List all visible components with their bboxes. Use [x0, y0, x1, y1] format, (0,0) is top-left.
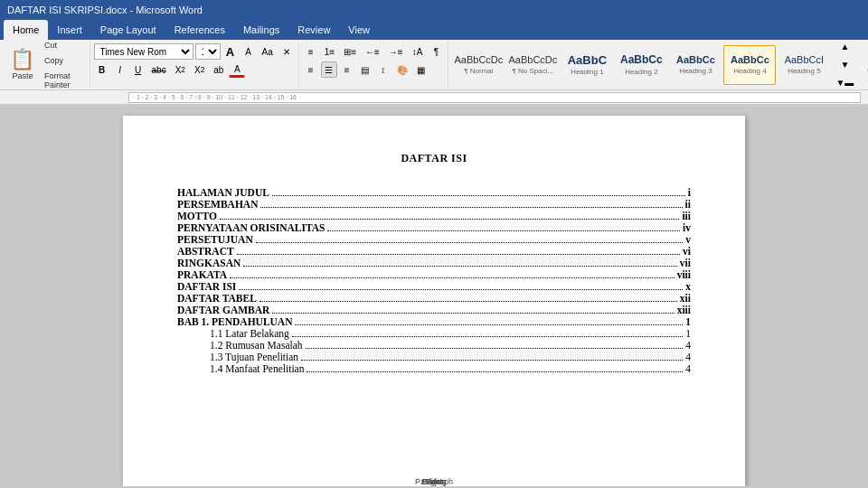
multilevel-button[interactable]: ⊞≡ [340, 43, 360, 60]
align-left-button[interactable]: ≡ [303, 61, 319, 78]
style-scroll-down[interactable]: ▼ [836, 57, 853, 73]
toc-page: 1 [685, 316, 691, 327]
toc-label: BAB 1. PENDAHULUAN [177, 316, 292, 327]
clipboard-small-buttons: Cut Copy Format Painter [40, 38, 86, 92]
toc-page: iii [682, 211, 691, 221]
toc-row: HALAMAN JUDULi [177, 187, 691, 198]
style-h5-label: Heading 5 [788, 67, 820, 75]
style-scroll-up[interactable]: ▲ [836, 39, 853, 55]
toc-row: PERSETUJUANv [177, 234, 691, 245]
text-highlight-button[interactable]: ab [210, 61, 227, 78]
tab-page-layout[interactable]: Page Layout [91, 20, 165, 40]
document-title: DAFTAR ISI [177, 152, 691, 165]
format-painter-button[interactable]: Format Painter [40, 69, 86, 92]
strikethrough-button[interactable]: abc [148, 61, 170, 78]
grow-font-button[interactable]: A [222, 43, 239, 60]
increase-indent-button[interactable]: →≡ [385, 43, 407, 60]
toc-page: vii [680, 258, 691, 268]
toc-page: i [688, 187, 691, 198]
toc-row: MOTTOiii [177, 211, 691, 221]
bold-button[interactable]: B [94, 61, 110, 78]
font-row-2: B I U abc X2 X2 ab A [94, 61, 295, 78]
change-case-button[interactable]: Aa [259, 43, 277, 60]
toc-row: PRAKATAviii [177, 269, 691, 280]
ruler-marks: · 1 · 2 · 3 · 4 · 5 · 6 · 7 · 8 · 9 · 10… [133, 94, 300, 100]
ruler: · 1 · 2 · 3 · 4 · 5 · 6 · 7 · 8 · 9 · 10… [0, 90, 868, 105]
toc-row: ABSTRACTvi [177, 246, 691, 257]
ribbon: 📋 Paste Cut Copy Format Painter Times Ne… [0, 40, 868, 90]
sort-button[interactable]: ↕A [409, 43, 427, 60]
toc-row: BAB 1. PENDAHULUAN1 [177, 316, 691, 327]
style-normal-label: ¶ Normal [464, 67, 493, 75]
paste-icon: 📋 [10, 50, 34, 70]
cut-button[interactable]: Cut [40, 38, 86, 52]
style-h2-preview: AaBbCc [620, 53, 663, 66]
style-heading3[interactable]: AaBbCc Heading 3 [669, 45, 722, 85]
toc-row: 1.1 Latar Belakang1 [177, 328, 691, 339]
style-heading1[interactable]: AaBbC Heading 1 [561, 45, 613, 85]
superscript-button[interactable]: X2 [191, 61, 208, 78]
show-marks-button[interactable]: ¶ [428, 43, 444, 60]
font-color-button[interactable]: A [229, 61, 245, 78]
toc-label: 1.1 Latar Belakang [210, 328, 289, 339]
toc-label: 1.2 Rumusan Masalah [210, 340, 303, 351]
align-right-button[interactable]: ≡ [339, 61, 355, 78]
toc-page: v [685, 234, 691, 245]
toc-page: viii [677, 269, 691, 280]
toc-row: PERSEMBAHANii [177, 199, 691, 210]
toc-label: PRAKATA [177, 269, 227, 280]
line-spacing-button[interactable]: ↕ [375, 61, 392, 78]
style-heading5[interactable]: AaBbCcI Heading 5 [778, 45, 830, 85]
paragraph-group: ≡ 1≡ ⊞≡ ←≡ →≡ ↕A ¶ ≡ ☰ ≡ ▤ ↕ 🎨 ▦ Paragra… [299, 42, 449, 88]
style-more[interactable]: ▼▬ [832, 75, 857, 91]
clipboard-group: 📋 Paste Cut Copy Format Painter [4, 42, 90, 88]
font-name-select[interactable]: Times New Rom [94, 43, 193, 60]
shrink-font-button[interactable]: A [241, 43, 257, 60]
font-size-select[interactable]: 14 [195, 43, 221, 60]
toc-page: xii [680, 293, 691, 304]
editing-group-label: Editing [421, 477, 447, 486]
toc-page: 1 [685, 328, 691, 339]
document-page[interactable]: DAFTAR ISI HALAMAN JUDULiPERSEMBAHANiiMO… [123, 116, 745, 486]
toc-page: ii [685, 199, 691, 210]
toc-dots [306, 348, 684, 349]
font-row-1: Times New Rom 14 A A Aa ✕ [94, 43, 295, 60]
decrease-indent-button[interactable]: ←≡ [362, 43, 383, 60]
underline-button[interactable]: U [130, 61, 146, 78]
toc-row: 1.3 Tujuan Penelitian4 [177, 352, 691, 362]
style-h3-label: Heading 3 [679, 67, 712, 75]
bullets-button[interactable]: ≡ [303, 43, 319, 60]
style-normal[interactable]: AaBbCcDc ¶ Normal [452, 45, 505, 85]
align-center-button[interactable]: ☰ [321, 61, 337, 78]
styles-group: AaBbCcDc ¶ Normal AaBbCcDc ¶ No Spaci...… [448, 42, 868, 88]
tab-mailings[interactable]: Mailings [234, 20, 288, 40]
document-area: DAFTAR ISI HALAMAN JUDULiPERSEMBAHANiiMO… [0, 105, 868, 486]
toc-page: 4 [685, 340, 691, 351]
toc-row: PERNYATAAN ORISINALITASiv [177, 222, 691, 233]
tab-review[interactable]: Review [288, 20, 339, 40]
toc-dots [243, 266, 677, 267]
shading-button[interactable]: 🎨 [393, 61, 411, 78]
change-styles-button[interactable]: Ā ChangeStyles ▾ [859, 45, 868, 85]
toc-dots [237, 254, 680, 255]
clear-format-button[interactable]: ✕ [278, 43, 295, 60]
style-no-space[interactable]: AaBbCcDc ¶ No Spaci... [506, 45, 559, 85]
tab-references[interactable]: References [165, 20, 234, 40]
italic-button[interactable]: I [112, 61, 128, 78]
toc-dots [292, 336, 683, 337]
numbering-button[interactable]: 1≡ [321, 43, 338, 60]
copy-button[interactable]: Copy [40, 53, 86, 68]
tab-view[interactable]: View [339, 20, 379, 40]
toc-dots [327, 230, 680, 231]
paste-label: Paste [12, 71, 33, 80]
toc-label: 1.3 Tujuan Penelitian [210, 352, 298, 362]
border-button[interactable]: ▦ [413, 61, 429, 78]
subscript-button[interactable]: X2 [172, 61, 189, 78]
style-h4-label: Heading 4 [733, 67, 766, 75]
paste-button[interactable]: 📋 Paste [7, 45, 38, 85]
toc-label: 1.4 Manfaat Penelitian [210, 363, 304, 374]
style-heading4[interactable]: AaBbCc Heading 4 [723, 45, 776, 85]
toc-page: 4 [685, 363, 691, 374]
style-heading2[interactable]: AaBbCc Heading 2 [615, 45, 667, 85]
justify-button[interactable]: ▤ [357, 61, 373, 78]
